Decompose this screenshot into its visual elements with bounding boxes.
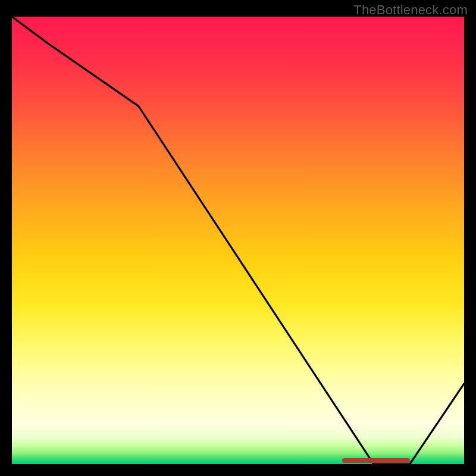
optimum-range-marker [342,458,410,463]
bottleneck-curve [12,17,464,464]
chart-plot-area [12,17,464,464]
chart-frame [12,17,464,464]
watermark-text: TheBottleneck.com [353,2,468,18]
